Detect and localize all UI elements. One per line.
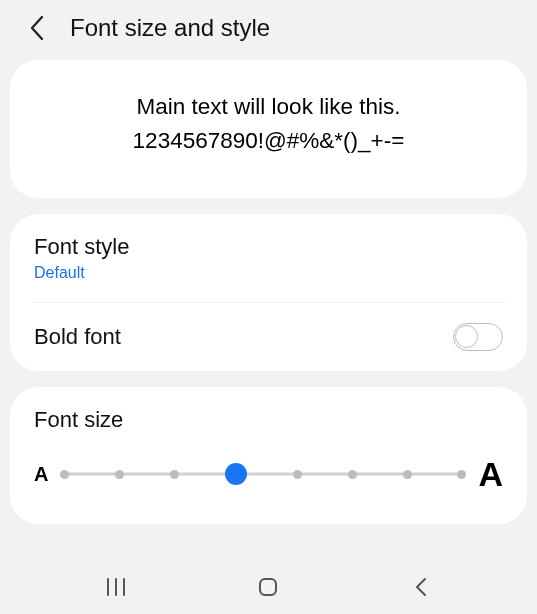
font-size-card: Font size A A: [10, 387, 527, 524]
bold-font-toggle[interactable]: [453, 323, 503, 351]
home-button[interactable]: [238, 572, 298, 602]
slider-step: [457, 470, 466, 479]
header-bar: Font size and style: [0, 0, 537, 60]
slider-step: [403, 470, 412, 479]
font-size-slider[interactable]: [60, 464, 466, 484]
toggle-knob: [455, 325, 478, 348]
font-style-row[interactable]: Font style Default: [10, 214, 527, 302]
bold-font-label: Bold font: [34, 324, 121, 350]
font-style-value: Default: [34, 264, 129, 282]
bold-font-row: Bold font: [10, 303, 527, 371]
slider-step: [60, 470, 69, 479]
preview-text-line1: Main text will look like this.: [30, 90, 507, 124]
font-style-text: Font style Default: [34, 234, 129, 282]
recents-button[interactable]: [86, 572, 146, 602]
svg-rect-3: [260, 579, 276, 595]
slider-step: [293, 470, 302, 479]
slider-step: [115, 470, 124, 479]
font-size-slider-row: A A: [34, 455, 503, 494]
large-a-icon: A: [478, 455, 503, 494]
settings-card: Font style Default Bold font: [10, 214, 527, 371]
preview-card: Main text will look like this. 123456789…: [10, 60, 527, 198]
back-icon[interactable]: [24, 15, 50, 41]
small-a-icon: A: [34, 463, 48, 486]
slider-step: [348, 470, 357, 479]
slider-thumb[interactable]: [225, 463, 247, 485]
slider-step: [170, 470, 179, 479]
font-size-label: Font size: [34, 407, 503, 433]
navigation-bar: [0, 560, 537, 614]
font-style-label: Font style: [34, 234, 129, 260]
preview-text-line2: 1234567890!@#%&*()_+-=: [30, 124, 507, 158]
nav-back-button[interactable]: [391, 572, 451, 602]
page-title: Font size and style: [70, 14, 270, 42]
